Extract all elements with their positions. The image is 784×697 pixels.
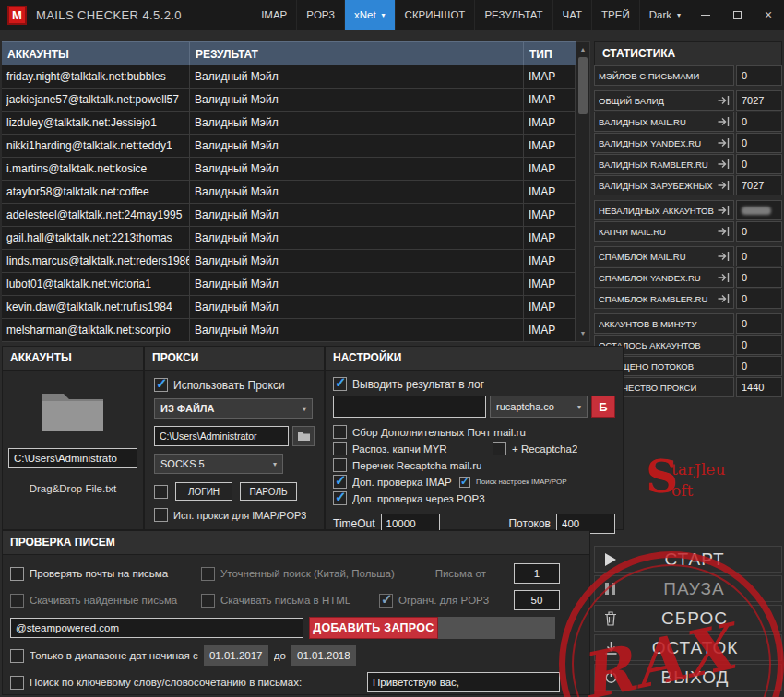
refined-search-checkbox[interactable] [201, 567, 215, 581]
export-icon[interactable] [718, 95, 730, 106]
search-query-input[interactable] [10, 618, 303, 638]
proxy-auth-checkbox[interactable] [154, 485, 168, 499]
minimize-button[interactable] [690, 0, 721, 30]
table-row[interactable]: ataylor58@talktalk.net:coffeeВалидный Мэ… [2, 181, 576, 204]
scrollbar-thumb[interactable] [578, 57, 588, 114]
date-range-checkbox[interactable] [10, 649, 24, 663]
download-letters-checkbox[interactable] [10, 594, 24, 608]
letters-from-input[interactable] [514, 563, 560, 584]
action-button-exit[interactable]: ВЫХОД [594, 664, 782, 691]
table-row[interactable]: lubot01@talktalk.net:victoria1Валидный М… [2, 273, 576, 296]
check-letters-checkbox[interactable] [10, 567, 24, 581]
pop3-limit-input[interactable] [514, 590, 560, 610]
proxy-source-select[interactable]: ИЗ ФАЙЛА ▾ [154, 398, 313, 419]
chevron-down-icon: ▾ [677, 11, 681, 19]
export-icon[interactable] [718, 205, 730, 216]
keyword-input[interactable] [367, 672, 560, 692]
stat-label: СПАМБЛОК RAMBLER.RU [599, 294, 718, 304]
action-button-start[interactable]: СТАРТ [594, 546, 782, 573]
table-row[interactable]: adelesteel@talktalk.net:24may1995Валидны… [2, 204, 576, 227]
table-row[interactable]: melsharman@talktalk.net:scorpioВалидный … [2, 319, 576, 342]
table-row[interactable]: nikki1harding@talktalk.net:teddy1Валидны… [2, 135, 576, 158]
action-button-pause[interactable]: ПАУЗА [594, 575, 782, 602]
table-header: АККАУНТЫ РЕЗУЛЬТАТ ТИП [2, 41, 576, 65]
date-from-field[interactable]: 01.01.2017 [204, 645, 268, 666]
proxy-type-select[interactable]: SOCKS 5 ▾ [154, 454, 283, 474]
proxy-file-path[interactable] [154, 426, 289, 446]
download-html-checkbox[interactable] [201, 594, 215, 608]
export-icon[interactable] [718, 159, 730, 170]
window-controls: × [690, 0, 784, 30]
stat-value: 0 [736, 267, 782, 288]
menu-item-result[interactable]: РЕЗУЛЬТАТ [474, 0, 552, 30]
table-row[interactable]: jackiejane57@talktalk.net:powell57Валидн… [2, 89, 576, 112]
menu-item-theme[interactable]: Dark▾ [639, 0, 690, 30]
masked-value [742, 207, 771, 215]
menu-item-xnet[interactable]: xNet▾ [344, 0, 395, 30]
collect-extra-mail-checkbox[interactable] [333, 425, 347, 439]
cell-account: gail.hall@talktalk.net:2213thomas [2, 227, 190, 249]
table-row[interactable]: kevin.daw@talktalk.net:rufus1984Валидный… [2, 296, 576, 319]
stat-row: МЭЙЛОВ С ПИСЬМАМИ0 [594, 65, 782, 86]
stat-label-cell: ОБЩИЙ ВАЛИД [594, 90, 734, 111]
add-query-button[interactable]: ДОБАВИТЬ ЗАПРОС [309, 617, 438, 639]
accounts-drop-zone[interactable]: Drag&Drop File.txt [3, 371, 143, 494]
recheck-recaptcha-checkbox[interactable] [333, 458, 347, 472]
stat-label-cell: СПАМБЛОК MAIL.RU [594, 246, 734, 266]
stat-value: 0 [736, 313, 782, 334]
menu-item-imap[interactable]: IMAP [252, 0, 296, 30]
stat-label-cell: ВАЛИДНЫХ YANDEX.RU [594, 133, 734, 153]
table-row[interactable]: i.martins@talktalk.net:kosiceВалидный Мэ… [2, 158, 576, 181]
action-button-rest[interactable]: ОСТАТОК [594, 634, 782, 661]
table-row[interactable]: friday.night@talktalk.net:bubblesВалидны… [2, 65, 576, 89]
balance-button[interactable]: Б [591, 396, 615, 418]
action-button-reset[interactable]: СБРОС [594, 605, 782, 632]
stat-row: ВАЛИДНЫХ ЗАРУБЕЖНЫХ7027 [594, 175, 782, 195]
recaptcha2-checkbox[interactable] [493, 442, 506, 455]
proxy-for-imap-checkbox[interactable] [154, 508, 168, 522]
use-proxy-checkbox[interactable] [154, 378, 168, 392]
log-output-checkbox[interactable] [333, 377, 347, 391]
export-icon[interactable] [718, 251, 730, 262]
export-icon[interactable] [718, 293, 730, 304]
browse-proxy-file-button[interactable] [292, 426, 315, 446]
keyword-search-checkbox[interactable] [10, 676, 24, 690]
export-icon[interactable] [718, 137, 730, 148]
proxy-password-field[interactable]: ПАРОЛЬ [240, 482, 297, 501]
table-row[interactable]: lizduley@talktalk.net:Jessiejo1Валидный … [2, 112, 576, 135]
table-scrollbar[interactable]: ▲ ▼ [576, 41, 590, 342]
pop3-check-checkbox[interactable] [333, 491, 347, 505]
cell-type: IMAP [524, 227, 576, 249]
column-header-type[interactable]: ТИП [524, 41, 576, 65]
accounts-file-path[interactable] [8, 448, 137, 468]
imap-pop-search-checkbox[interactable] [459, 477, 470, 488]
stat-value: 0 [736, 246, 782, 266]
maximize-button[interactable] [721, 0, 753, 30]
menu-item-screenshot[interactable]: СКРИНШОТ [395, 0, 475, 30]
stat-value: 0 [736, 335, 782, 355]
menu-item-pop3[interactable]: POP3 [296, 0, 344, 30]
export-icon[interactable] [718, 226, 730, 237]
captcha-service-select[interactable]: rucaptcha.co ▾ [490, 396, 588, 418]
export-icon[interactable] [718, 116, 730, 127]
pop3-limit-checkbox[interactable] [379, 594, 393, 608]
close-icon: × [765, 7, 772, 22]
close-button[interactable]: × [753, 0, 784, 30]
proxy-login-field[interactable]: ЛОГИН [175, 482, 232, 501]
export-icon[interactable] [718, 180, 730, 191]
table-row[interactable]: gail.hall@talktalk.net:2213thomasВалидны… [2, 227, 576, 250]
cell-type: IMAP [524, 135, 576, 157]
imap-check-checkbox[interactable] [333, 475, 347, 489]
column-header-result[interactable]: РЕЗУЛЬТАТ [190, 41, 524, 65]
column-header-accounts[interactable]: АККАУНТЫ [2, 41, 190, 65]
menu-item-tray[interactable]: ТРЕЙ [591, 0, 639, 30]
date-to-field[interactable]: 01.01.2018 [291, 645, 356, 666]
menu-item-chat[interactable]: ЧАТ [552, 0, 591, 30]
play-icon [604, 552, 617, 567]
export-icon[interactable] [718, 272, 730, 283]
scroll-down-icon[interactable]: ▼ [576, 327, 589, 340]
myr-captcha-checkbox[interactable] [333, 442, 347, 455]
table-row[interactable]: linds.marcus@talktalk.net:reders1986Вали… [2, 250, 576, 273]
scroll-up-icon[interactable]: ▲ [576, 43, 589, 56]
captcha-key-input[interactable] [333, 396, 486, 418]
